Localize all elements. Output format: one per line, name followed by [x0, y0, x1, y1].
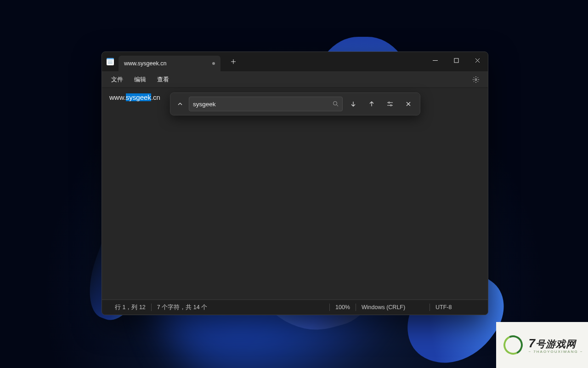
titlebar[interactable]: www.sysgeek.cn: [102, 52, 488, 71]
status-chars[interactable]: 7 个字符，共 14 个: [152, 304, 213, 311]
tab-modified-indicator-icon[interactable]: [212, 62, 215, 65]
watermark: 7号游戏网 ~ 7HAOYOUXIWANG ~: [496, 322, 588, 368]
svg-point-2: [334, 101, 337, 105]
settings-button[interactable]: [469, 72, 483, 87]
menu-file[interactable]: 文件: [107, 74, 128, 86]
status-encoding[interactable]: UTF-8: [430, 304, 481, 310]
status-position[interactable]: 行 1，列 12: [109, 304, 151, 311]
document-text[interactable]: www.sysgeek.cn: [109, 93, 160, 101]
minimize-button[interactable]: [424, 53, 446, 68]
maximize-button[interactable]: [446, 53, 467, 68]
editor-area[interactable]: www.sysgeek.cn: [102, 88, 488, 299]
close-icon: [406, 101, 411, 107]
find-previous-button[interactable]: [364, 96, 379, 112]
search-icon[interactable]: [333, 100, 339, 108]
find-bar: [170, 92, 420, 115]
status-line-ending[interactable]: Windows (CRLF): [356, 304, 430, 310]
close-button[interactable]: [467, 53, 488, 68]
find-next-button[interactable]: [345, 96, 361, 112]
find-expand-button[interactable]: [174, 96, 186, 112]
window-controls: [424, 56, 488, 68]
svg-point-4: [390, 105, 392, 106]
document-tab[interactable]: www.sysgeek.cn: [119, 56, 220, 71]
new-tab-button[interactable]: [225, 55, 242, 69]
notepad-window: www.sysgeek.cn 文件 编辑 查看: [102, 52, 488, 315]
statusbar: 行 1，列 12 7 个字符，共 14 个 100% Windows (CRLF…: [102, 299, 488, 315]
find-options-button[interactable]: [382, 96, 398, 112]
watermark-globe-icon: [501, 333, 526, 357]
find-input[interactable]: [193, 101, 333, 108]
arrow-down-icon: [350, 101, 356, 107]
svg-rect-0: [454, 58, 458, 63]
notepad-app-icon: [107, 58, 114, 65]
menu-edit[interactable]: 编辑: [130, 74, 151, 86]
arrow-up-icon: [368, 101, 375, 107]
watermark-text: 7号游戏网 ~ 7HAOYOUXIWANG ~: [528, 336, 583, 354]
find-input-container: [189, 97, 343, 111]
menubar: 文件 编辑 查看: [102, 71, 488, 88]
find-close-button[interactable]: [401, 96, 416, 112]
options-icon: [387, 101, 393, 107]
chevron-up-icon: [177, 101, 183, 107]
tab-title: www.sysgeek.cn: [124, 60, 166, 67]
search-highlight: sysgeek: [126, 93, 151, 101]
svg-point-3: [389, 102, 390, 104]
svg-point-1: [475, 79, 477, 80]
status-zoom[interactable]: 100%: [330, 304, 356, 310]
menu-view[interactable]: 查看: [153, 74, 174, 86]
